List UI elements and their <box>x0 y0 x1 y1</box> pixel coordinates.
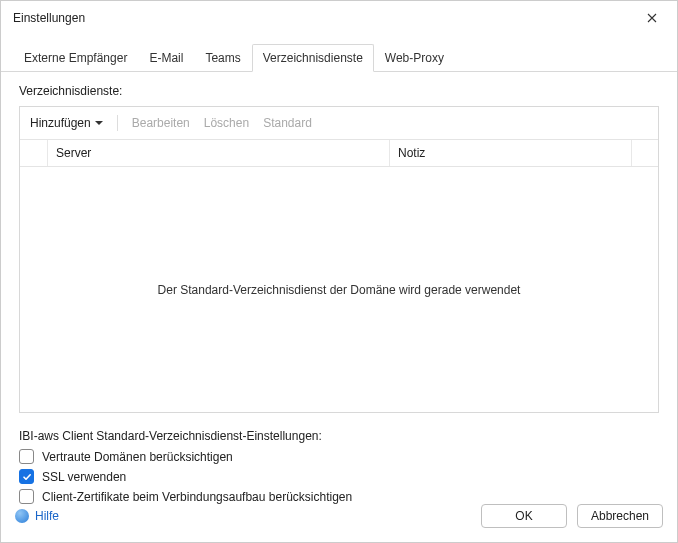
default-button[interactable]: Standard <box>263 116 312 130</box>
ok-button[interactable]: OK <box>481 504 567 528</box>
checkbox-icon <box>19 449 34 464</box>
dialog-footer: Hilfe OK Abbrechen <box>1 494 677 542</box>
directory-panel: Hinzufügen Bearbeiten Löschen Standard S… <box>19 106 659 413</box>
checkbox-label: SSL verwenden <box>42 470 126 484</box>
close-button[interactable] <box>637 6 667 30</box>
table-header: Server Notiz <box>20 139 658 167</box>
column-end <box>632 140 658 166</box>
tab-content: Verzeichnisdienste: Hinzufügen Bearbeite… <box>1 72 677 504</box>
titlebar: Einstellungen <box>1 1 677 35</box>
close-icon <box>647 13 657 23</box>
tab-email[interactable]: E-Mail <box>138 44 194 72</box>
toolbar-separator <box>117 115 118 131</box>
footer-buttons: OK Abbrechen <box>481 504 663 528</box>
column-server[interactable]: Server <box>48 140 390 166</box>
chevron-down-icon <box>95 121 103 125</box>
column-note[interactable]: Notiz <box>390 140 632 166</box>
tab-bar: Externe Empfänger E-Mail Teams Verzeichn… <box>1 43 677 72</box>
checkbox-ssl[interactable]: SSL verwenden <box>19 469 659 484</box>
toolbar: Hinzufügen Bearbeiten Löschen Standard <box>20 107 658 139</box>
edit-button[interactable]: Bearbeiten <box>132 116 190 130</box>
help-label: Hilfe <box>35 509 59 523</box>
help-link[interactable]: Hilfe <box>15 509 59 523</box>
empty-state-message: Der Standard-Verzeichnisdienst der Domän… <box>158 283 521 297</box>
delete-button[interactable]: Löschen <box>204 116 249 130</box>
tab-web-proxy[interactable]: Web-Proxy <box>374 44 455 72</box>
help-icon <box>15 509 29 523</box>
tab-externe-empfaenger[interactable]: Externe Empfänger <box>13 44 138 72</box>
window-title: Einstellungen <box>13 11 85 25</box>
cancel-button[interactable]: Abbrechen <box>577 504 663 528</box>
add-button[interactable]: Hinzufügen <box>30 116 103 130</box>
default-settings-block: IBI-aws Client Standard-Verzeichnisdiens… <box>19 429 659 504</box>
column-checkbox[interactable] <box>20 140 48 166</box>
tab-teams[interactable]: Teams <box>194 44 251 72</box>
checkbox-icon <box>19 469 34 484</box>
tab-verzeichnisdienste[interactable]: Verzeichnisdienste <box>252 44 374 72</box>
settings-heading: IBI-aws Client Standard-Verzeichnisdiens… <box>19 429 659 443</box>
checkbox-trusted-domains[interactable]: Vertraute Domänen berücksichtigen <box>19 449 659 464</box>
add-button-label: Hinzufügen <box>30 116 91 130</box>
section-label: Verzeichnisdienste: <box>19 84 659 98</box>
settings-dialog: { "window": { "title": "Einstellungen" }… <box>1 1 677 542</box>
checkbox-label: Vertraute Domänen berücksichtigen <box>42 450 233 464</box>
table-body: Der Standard-Verzeichnisdienst der Domän… <box>20 167 658 412</box>
